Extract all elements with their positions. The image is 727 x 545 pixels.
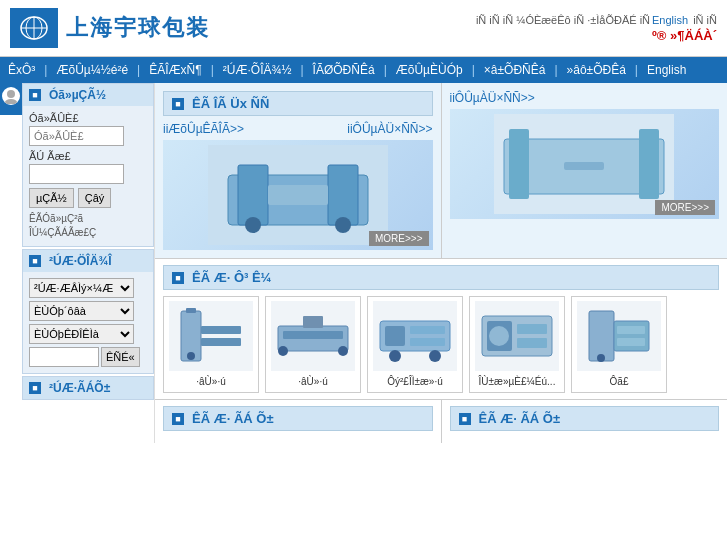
- sidebar-section3-label: ²ÚÆ·ÃÁÕ±: [49, 381, 110, 395]
- product-card-4[interactable]: ÎÙ±æ»µÈ£¼Éú...: [469, 296, 565, 393]
- svg-rect-21: [201, 326, 241, 334]
- bottom-title-2: ■ ÊÃ Æ· ÃÁ Õ±: [450, 406, 720, 431]
- sidebar-login-title[interactable]: ■ Óã»µÇÃ½: [23, 84, 153, 106]
- banner-more-btn-left[interactable]: MORE>>>: [369, 231, 429, 246]
- product-card-2[interactable]: ·âÙ»·ú: [265, 296, 361, 393]
- nav-recruitment[interactable]: ÎÃØÕÐÑÊá: [305, 57, 383, 83]
- category-dropdown-1[interactable]: ²ÚÆ·ÆÂÌý×¼Æ: [29, 278, 134, 298]
- category-dropdown-3[interactable]: ÈÙÓþÊÐÎÊÌà: [29, 324, 134, 344]
- banner-left: ■ ÊÃ ÎÃ Üx ÑÑ iiÆõÛµÊÃÎÃ>> iiÔÛµÀÜ×ÑÑ>>: [155, 83, 442, 258]
- header: 上海宇球包装 iÑ iÑ iÑ ¼ÓÈæëÊô iÑ ·±ÌåÕÐÄÉ iÑEn…: [0, 0, 727, 57]
- login-note: ÊÃÓã»µÇ²ã ÎÚ¼ÇÃÁÃæ£Ç: [29, 212, 147, 240]
- nav-home[interactable]: ÊxÔ³: [0, 57, 43, 83]
- tagline: º® »¶ÄÁÀ´: [476, 28, 717, 43]
- nav-news[interactable]: ÊÃÎÆxÑ¶: [141, 57, 209, 83]
- clear-button[interactable]: Çâý: [78, 188, 112, 208]
- login-button[interactable]: µÇÃ½: [29, 188, 74, 208]
- svg-rect-10: [328, 165, 358, 225]
- banner-more-btn-right[interactable]: MORE>>>: [655, 200, 715, 215]
- dropdown-row-3: ÈÙÓþÊÐÎÊÌà: [29, 324, 147, 344]
- main-nav: ÊxÔ³ | ÆõÛµ¼½é²é | ÊÃÎÆxÑ¶ | ²ÚÆ·ÕÎÄ¾½ |…: [0, 57, 727, 83]
- product-img-3: [373, 301, 457, 371]
- main-layout: 在线客服 ■ Óã»µÇÃ½ Óã»ÃÛÈ£ ÃÚ Ãæ£ µÇÃ½ Çâý: [0, 83, 727, 443]
- svg-rect-26: [283, 331, 343, 339]
- nav-honor[interactable]: ÆõÛµÈÙÓþ: [388, 57, 471, 83]
- products-section: ■ ÊÃ Æ· Ô³ Ê¼ ·âÙ»·ú: [155, 259, 727, 399]
- svg-point-34: [389, 350, 401, 362]
- svg-rect-16: [509, 129, 529, 199]
- product-name-5: Ôã£: [576, 375, 662, 388]
- svg-rect-43: [617, 326, 645, 334]
- sidebar: 在线客服 ■ Óã»µÇÃ½ Óã»ÃÛÈ£ ÃÚ Ãæ£ µÇÃ½ Çâý: [0, 83, 155, 443]
- svg-rect-29: [303, 316, 323, 328]
- sidebar-section3: ■ ²ÚÆ·ÃÁÕ±: [22, 376, 154, 400]
- nav-contact[interactable]: ×â±ÕÐÑÊá: [476, 57, 554, 83]
- svg-point-45: [597, 354, 605, 362]
- banner-link-company[interactable]: iiÆõÛµÊÃÎÃ>>: [163, 122, 244, 136]
- category-dropdown-2[interactable]: ÈÙÓþ´ôâà: [29, 301, 134, 321]
- bottom-col-1: ■ ÊÃ Æ· ÃÁ Õ±: [155, 400, 442, 443]
- english-link[interactable]: English: [652, 14, 688, 26]
- sidebar-inner: ■ Óã»µÇÃ½ Óã»ÃÛÈ£ ÃÚ Ãæ£ µÇÃ½ Çâý ÊÃÓã»µ…: [22, 83, 154, 400]
- banner-right: iiÔÛµÀÜ×ÑÑ>> MORE>>>: [442, 83, 728, 258]
- logo-icon: [10, 8, 58, 48]
- svg-point-35: [429, 350, 441, 362]
- product-card-5[interactable]: Ôã£: [571, 296, 667, 393]
- nav-feedback[interactable]: »âô±ÕÐÊá: [559, 57, 634, 83]
- svg-point-23: [187, 352, 195, 360]
- svg-rect-24: [186, 308, 196, 313]
- banner-title-text: ÊÃ ÎÃ Üx ÑÑ: [192, 96, 269, 111]
- svg-rect-40: [517, 338, 547, 348]
- product-card-1[interactable]: ·âÙ»·ú: [163, 296, 259, 393]
- dropdown-row-2: ÈÙÓþ´ôâà: [29, 301, 147, 321]
- live-chat-avatar: [2, 87, 20, 105]
- svg-rect-39: [517, 324, 547, 334]
- banner-image-left: MORE>>>: [163, 140, 433, 250]
- live-chat-text: 在线客服: [4, 107, 18, 111]
- svg-rect-17: [639, 129, 659, 199]
- login-buttons: µÇÃ½ Çâý: [29, 188, 147, 208]
- bottom-label-2: ÊÃ Æ· ÃÁ Õ±: [479, 411, 561, 426]
- banner-section: ■ ÊÃ ÎÃ Üx ÑÑ iiÆõÛµÊÃÎÃ>> iiÔÛµÀÜ×ÑÑ>>: [155, 83, 727, 259]
- product-card-3[interactable]: Ôý²£ÎÌ±æ»·ú: [367, 296, 463, 393]
- username-input[interactable]: [29, 126, 124, 146]
- bottom-title-1: ■ ÊÃ Æ· ÃÁ Õ±: [163, 406, 433, 431]
- product-name-1: ·âÙ»·ú: [168, 375, 254, 388]
- sidebar-login-section: ■ Óã»µÇÃ½ Óã»ÃÛÈ£ ÃÚ Ãæ£ µÇÃ½ Çâý ÊÃÓã»µ…: [22, 83, 154, 247]
- product-img-2: [271, 301, 355, 371]
- dropdown-row-1: ²ÚÆ·ÆÂÌý×¼Æ: [29, 278, 147, 298]
- products-grid: ·âÙ»·ú ·âÙ»·ú: [163, 296, 719, 393]
- banner-link-products[interactable]: iiÔÛµÀÜ×ÑÑ>>: [347, 122, 432, 136]
- password-label: ÃÚ Ãæ£: [29, 150, 147, 162]
- sq-icon-bottom2: ■: [459, 413, 471, 425]
- bottom-label-1: ÊÃ Æ· ÃÁ Õ±: [192, 411, 274, 426]
- product-img-4: [475, 301, 559, 371]
- nav-products[interactable]: ²ÚÆ·ÕÎÄ¾½: [215, 57, 300, 83]
- product-search-input[interactable]: [29, 347, 99, 367]
- svg-point-27: [278, 346, 288, 356]
- live-chat-panel[interactable]: 在线客服: [0, 83, 22, 115]
- banner-title: ■ ÊÃ ÎÃ Üx ÑÑ: [163, 91, 433, 116]
- sidebar-product-title[interactable]: ■ ²ÚÆ·ÖÎÄ¾Î: [23, 250, 153, 272]
- product-img-5: [577, 301, 661, 371]
- sq-icon-products: ■: [172, 272, 184, 284]
- sidebar-section3-title[interactable]: ■ ²ÚÆ·ÃÁÕ±: [23, 377, 153, 399]
- sq-icon-banner: ■: [172, 98, 184, 110]
- sq-icon-3: ■: [29, 382, 41, 394]
- svg-rect-19: [564, 162, 604, 170]
- products-title: ÊÃ Æ· Ô³ Ê¼: [192, 270, 271, 285]
- svg-rect-9: [238, 165, 268, 225]
- svg-rect-42: [614, 321, 649, 351]
- product-name-2: ·âÙ»·ú: [270, 375, 356, 388]
- product-search-button[interactable]: ÊÑÉ«: [101, 347, 140, 367]
- svg-point-13: [335, 217, 351, 233]
- password-input[interactable]: [29, 164, 124, 184]
- banner-links-left: iiÆõÛµÊÃÎÃ>> iiÔÛµÀÜ×ÑÑ>>: [163, 122, 433, 136]
- nav-english[interactable]: English: [639, 57, 694, 83]
- banner-link-right[interactable]: iiÔÛµÀÜ×ÑÑ>>: [450, 91, 535, 105]
- svg-point-5: [7, 90, 15, 98]
- logo-area: 上海宇球包装: [10, 8, 210, 48]
- username-label: Óã»ÃÛÈ£: [29, 112, 147, 124]
- product-name-4: ÎÙ±æ»µÈ£¼Éú...: [474, 375, 560, 388]
- nav-company[interactable]: ÆõÛµ¼½é²é: [48, 57, 136, 83]
